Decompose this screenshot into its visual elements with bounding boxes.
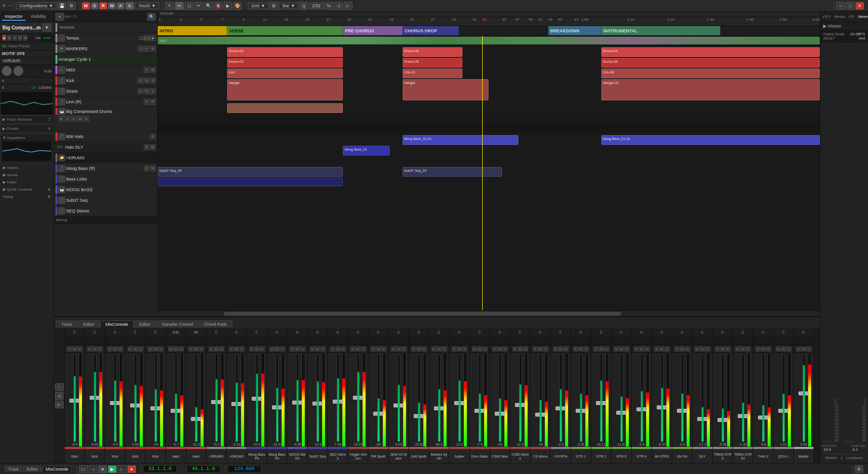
ch-m-7[interactable]: m xyxy=(214,347,219,351)
insp-knob-2[interactable] xyxy=(14,66,23,76)
hats-dly-m-btn[interactable]: M xyxy=(150,144,156,150)
track-row-sub37[interactable]: 🎵 Sub37 Seq xyxy=(54,195,157,206)
insp-read-btn[interactable]: R xyxy=(18,35,22,41)
fader-track-0[interactable] xyxy=(73,354,76,442)
track-row-markers[interactable]: M MARKERS ◁ ⟳ ⊕ xyxy=(54,43,157,54)
fader-track-22[interactable] xyxy=(519,354,522,442)
ch-s-29[interactable]: s xyxy=(665,347,670,351)
ch-e-9[interactable]: e xyxy=(249,347,254,351)
ch-s-35[interactable]: s xyxy=(787,347,791,351)
clip-linn-01[interactable]: Linn xyxy=(227,69,343,78)
clip-kick-04[interactable]: Drums-04 xyxy=(403,47,462,57)
config-save-btn[interactable]: 💾 xyxy=(57,2,66,10)
zoom-tool[interactable]: 🔍 xyxy=(204,2,213,10)
fader-track-7[interactable] xyxy=(215,354,218,442)
track-row-808hats[interactable]: 🎵 808 Hats E xyxy=(54,131,157,142)
ch-m-33[interactable]: m xyxy=(741,347,746,351)
ch-e-20[interactable]: e xyxy=(472,347,477,351)
ch-m-35[interactable]: m xyxy=(781,347,786,351)
ch-m-23[interactable]: m xyxy=(538,347,543,351)
ch-s-14[interactable]: s xyxy=(361,347,366,351)
fader-track-34[interactable] xyxy=(762,354,765,442)
big-comp-btn3[interactable]: E xyxy=(71,116,77,122)
arrange-moog-bass-row[interactable]: Moog Bass_01-01 Moog Bass_01-02 xyxy=(158,134,820,145)
grid-icon[interactable]: ⊞ xyxy=(270,2,278,10)
fader-track-18[interactable] xyxy=(438,354,441,442)
linn-e-btn[interactable]: E xyxy=(144,99,149,105)
mixer-scroll-right[interactable]: ▷ xyxy=(55,401,64,408)
fader-track-16[interactable] xyxy=(397,354,400,442)
arrange-moog-bass-instr-row[interactable] xyxy=(158,155,820,166)
bottom-tab-mixconsole[interactable]: MixConsole xyxy=(42,466,72,472)
fader-track-17[interactable] xyxy=(418,354,420,442)
bar-dropdown[interactable]: Bar ▼ xyxy=(279,2,298,9)
clip-big-comp-02[interactable]: Hangar xyxy=(403,79,488,100)
track-search-btn[interactable]: 🔍 xyxy=(147,13,156,21)
track-row-moog-bass-instr[interactable]: 🎹 MOOG BASS xyxy=(54,184,157,195)
arrange-drums-folder-row[interactable] xyxy=(158,124,820,134)
track-row-kick[interactable]: 🎵 Kick E M S xyxy=(54,75,157,86)
r-tab-cr[interactable]: CR xyxy=(847,14,856,20)
ch-m-3[interactable]: m xyxy=(133,347,138,351)
ch-m-26[interactable]: m xyxy=(599,347,604,351)
ch-e-19[interactable]: e xyxy=(452,347,457,351)
r-tab-meter[interactable]: Meter xyxy=(856,14,868,20)
clip-big-comp-01[interactable]: Hangar xyxy=(227,79,343,100)
clip-kick-01[interactable]: Drums-00 xyxy=(227,47,343,57)
track-row-seconds[interactable]: Seconds xyxy=(54,22,157,33)
tab-visibility[interactable]: Visibility xyxy=(27,13,49,21)
bottom-tab-editor[interactable]: Editor xyxy=(23,466,41,472)
transport-stop-btn[interactable]: ■ xyxy=(98,465,107,473)
q-link-btn[interactable]: % xyxy=(325,2,333,10)
bpm-display[interactable]: 124.000 xyxy=(228,465,261,473)
snare-s-btn[interactable]: S xyxy=(150,88,156,94)
fader-track-20[interactable] xyxy=(478,354,481,442)
arrange-808hats-row[interactable] xyxy=(158,102,820,113)
kick-e-btn[interactable]: E xyxy=(137,78,143,84)
ch-e-25[interactable]: e xyxy=(573,347,578,351)
ch-e-8[interactable]: e xyxy=(229,347,234,351)
bottom-settings-btn[interactable]: ⚙ xyxy=(854,465,863,473)
ch-m-0[interactable]: m xyxy=(72,347,77,351)
ch-m-6[interactable]: m xyxy=(194,347,199,351)
ch-m-4[interactable]: m xyxy=(153,347,158,351)
track-row-snare[interactable]: 🎵 Snare E M S xyxy=(54,86,157,97)
scissors-tool[interactable]: ✂ xyxy=(194,2,203,10)
ch-e-5[interactable]: e xyxy=(168,347,173,351)
position-display-left[interactable]: 33.1.1.0 xyxy=(143,465,177,473)
equalizers-toggle[interactable]: ▼ Equalizers xyxy=(1,135,52,140)
ch-e-33[interactable]: e xyxy=(735,347,740,351)
mix-tab-sampler[interactable]: Sampler Control xyxy=(156,321,198,328)
ch-s-18[interactable]: s xyxy=(442,347,447,351)
moog-bass-m-btn[interactable]: M xyxy=(150,166,156,171)
mode-s-btn[interactable]: S xyxy=(91,2,98,9)
fader-track-33[interactable] xyxy=(742,354,745,442)
fader-track-8[interactable] xyxy=(235,354,238,442)
markers-cycle[interactable]: ⟳ xyxy=(144,46,149,52)
tempo-options[interactable]: 124.000 xyxy=(144,35,149,41)
ch-e-24[interactable]: e xyxy=(553,347,558,351)
ch-s-24[interactable]: s xyxy=(564,347,569,351)
linn-m-btn[interactable]: M xyxy=(150,99,156,105)
clip-sub37-02[interactable]: Sub37 Seq_03 xyxy=(403,167,502,177)
transport-back-btn[interactable]: ◁ xyxy=(89,465,97,473)
kick-s-btn[interactable]: S xyxy=(150,78,156,84)
ch-m-21[interactable]: m xyxy=(498,347,502,351)
snare-m-btn[interactable]: M xyxy=(144,88,149,94)
clip-kick-05[interactable]: Drums-04 xyxy=(601,47,820,57)
ch-s-3[interactable]: s xyxy=(138,347,143,351)
clip-moog-bass-02[interactable]: Moog Bass_01-02 xyxy=(601,135,820,145)
clip-snare-01[interactable]: Drums-00 xyxy=(227,58,343,68)
ch-m-32[interactable]: m xyxy=(720,347,725,351)
clip-sub37-01[interactable]: Sub37 Seq_03 xyxy=(158,167,343,177)
win-maximize-btn[interactable]: □ xyxy=(846,2,854,10)
arrange-tracks-scroll[interactable]: MIDI Drums-00 Drums-04 Drums-04 Drums-00… xyxy=(158,36,820,310)
midi-m-btn[interactable]: M xyxy=(150,67,156,73)
fader-track-14[interactable] xyxy=(357,354,360,442)
grid-dropdown[interactable]: Grid ▼ xyxy=(248,2,269,9)
ch-s-20[interactable]: s xyxy=(483,347,488,351)
fader-track-9[interactable] xyxy=(256,354,258,442)
fader-track-19[interactable] xyxy=(458,354,461,442)
win-minimize-btn[interactable]: ─ xyxy=(836,2,845,10)
ch-s-11[interactable]: s xyxy=(300,347,305,351)
